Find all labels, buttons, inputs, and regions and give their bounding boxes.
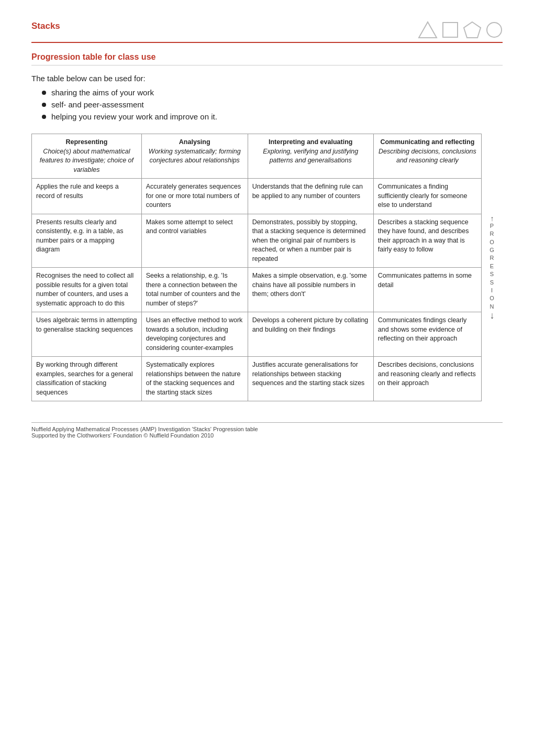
cell: Uses an effective method to work towards… [141, 312, 248, 357]
table-header-row: Representing Choice(s) about mathematica… [32, 134, 482, 179]
letter-e: E [490, 262, 494, 270]
col-header-main: Interpreting and evaluating [269, 138, 352, 146]
letter-p: P [490, 222, 494, 230]
col-header-analysing: Analysing Working systematically; formin… [141, 134, 248, 179]
col-header-communicating: Communicating and reflecting Describing … [373, 134, 481, 179]
letter-s2: S [490, 279, 494, 287]
footer-line2: Supported by the Clothworkers' Foundatio… [31, 432, 503, 439]
col-header-sub: Describing decisions, conclusions and re… [379, 148, 476, 165]
list-item: self- and peer-assessment [42, 100, 503, 109]
table-row: By working through different examples, s… [32, 357, 482, 401]
triangle-icon [418, 21, 438, 39]
col-header-main: Communicating and reflecting [380, 138, 474, 146]
cell: Communicates patterns in some detail [373, 268, 481, 312]
table-wrapper: Representing Choice(s) about mathematica… [31, 134, 503, 401]
circle-icon [486, 21, 503, 38]
col-header-sub: Working systematically; forming conjectu… [149, 148, 241, 165]
cell: Uses algebraic terms in attempting to ge… [32, 312, 142, 357]
section-title: Progression table for class use [31, 52, 503, 62]
bullet-text: sharing the aims of your work [51, 88, 154, 97]
up-arrow-icon: ↑ [491, 215, 494, 222]
table-row: Presents results clearly and consistentl… [32, 214, 482, 268]
col-header-sub: Exploring, verifying and justifying patt… [263, 148, 358, 165]
letter-r2: R [490, 254, 495, 262]
cell: Communicates findings clearly and shows … [373, 312, 481, 357]
letter-s1: S [490, 270, 494, 278]
cell: Justifies accurate generalisations for r… [248, 357, 373, 401]
section-divider [31, 65, 503, 65]
svg-marker-0 [419, 22, 437, 38]
cell: Communicates a finding sufficiently clea… [373, 179, 481, 214]
table-row: Uses algebraic terms in attempting to ge… [32, 312, 482, 357]
col-header-representing: Representing Choice(s) about mathematica… [32, 134, 142, 179]
letter-i: I [491, 287, 493, 294]
cell: Applies the rule and keeps a record of r… [32, 179, 142, 214]
letter-o2: O [490, 294, 495, 302]
col-header-interpreting: Interpreting and evaluating Exploring, v… [248, 134, 373, 179]
cell: Accurately generates sequences for one o… [141, 179, 248, 214]
progression-side-label: ↑ P R O G R E S S I O N ↓ [484, 134, 500, 401]
cell: Systematically explores relationships be… [141, 357, 248, 401]
cell: Demonstrates, possibly by stopping, that… [248, 214, 373, 268]
cell: Understands that the defining rule can b… [248, 179, 373, 214]
header: Stacks [31, 21, 503, 39]
letter-o: O [490, 238, 495, 246]
bullet-dot [42, 103, 46, 107]
list-item: helping you review your work and improve… [42, 112, 503, 121]
down-arrow-icon: ↓ [490, 311, 495, 320]
pentagon-icon [463, 21, 482, 39]
col-header-main: Representing [65, 138, 107, 146]
progression-table: Representing Choice(s) about mathematica… [31, 134, 482, 401]
cell: Makes some attempt to select and control… [141, 214, 248, 268]
svg-point-3 [487, 23, 502, 37]
bullet-dot [42, 91, 46, 95]
cell: Describes decisions, conclusions and rea… [373, 357, 481, 401]
footer-line1: Nuffield Applying Mathematical Processes… [31, 426, 503, 432]
page: Stacks Progression table for class use T… [0, 0, 534, 756]
table-row: Applies the rule and keeps a record of r… [32, 179, 482, 214]
bullet-list: sharing the aims of your work self- and … [31, 88, 503, 121]
svg-rect-1 [443, 23, 458, 37]
col-header-sub: Choice(s) about mathematical features to… [40, 148, 134, 173]
cell: Makes a simple observation, e.g. 'some c… [248, 268, 373, 312]
svg-marker-2 [464, 22, 481, 38]
bullet-dot [42, 115, 46, 119]
letter-g: G [490, 246, 495, 254]
letter-r: R [490, 230, 495, 238]
cell: Recognises the need to collect all possi… [32, 268, 142, 312]
bullet-text: helping you review your work and improve… [51, 112, 217, 121]
cell: Seeks a relationship, e.g. 'Is there a c… [141, 268, 248, 312]
page-title: Stacks [31, 21, 60, 31]
header-icons [418, 21, 503, 39]
progress-letters: P R O G R E S S I O N [490, 222, 495, 311]
list-item: sharing the aims of your work [42, 88, 503, 97]
letter-n: N [490, 303, 495, 311]
intro-text: The table below can be used for: [31, 74, 503, 83]
cell: Describes a stacking sequence they have … [373, 214, 481, 268]
square-icon [442, 21, 459, 38]
footer: Nuffield Applying Mathematical Processes… [31, 422, 503, 439]
cell: By working through different examples, s… [32, 357, 142, 401]
cell: Develops a coherent picture by collating… [248, 312, 373, 357]
bullet-text: self- and peer-assessment [51, 100, 144, 109]
table-row: Recognises the need to collect all possi… [32, 268, 482, 312]
cell: Presents results clearly and consistentl… [32, 214, 142, 268]
col-header-main: Analysing [179, 138, 210, 146]
header-divider [31, 42, 503, 43]
